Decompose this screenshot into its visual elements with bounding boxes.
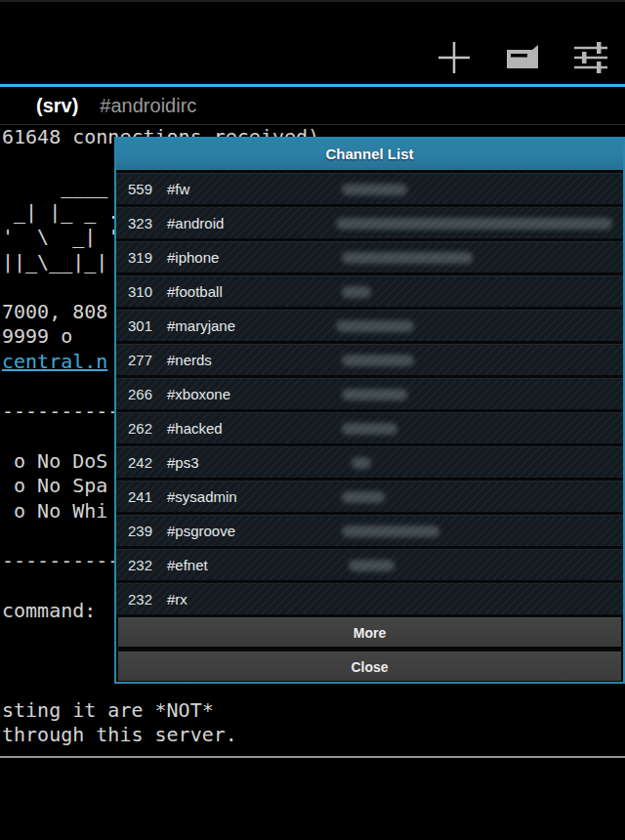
chat-button[interactable] bbox=[488, 30, 557, 84]
plus-icon bbox=[437, 40, 472, 75]
terminal-line: through this server. bbox=[2, 723, 625, 748]
close-button[interactable]: Close bbox=[118, 651, 621, 681]
channel-topic-redacted bbox=[352, 457, 371, 469]
screen: (srv) #androidirc 61648 connections rece… bbox=[0, 0, 625, 840]
channel-user-count: 232 bbox=[128, 557, 167, 573]
add-channel-button[interactable] bbox=[420, 30, 488, 84]
status-bar bbox=[0, 0, 625, 32]
more-button[interactable]: More bbox=[118, 617, 621, 647]
terminal-line: sting it are *NOT* bbox=[2, 698, 625, 724]
channel-row[interactable]: 262#hacked bbox=[116, 412, 623, 443]
channel-list-dialog: Channel List 559#fw323#android319#iphone… bbox=[114, 137, 625, 684]
channel-topic-redacted bbox=[342, 355, 414, 366]
channel-user-count: 262 bbox=[128, 420, 167, 437]
channel-name: #football bbox=[167, 283, 223, 300]
tab-channel[interactable]: #androidirc bbox=[100, 95, 196, 117]
channel-name: #ps3 bbox=[167, 454, 199, 471]
channel-name: #sysadmin bbox=[167, 488, 237, 505]
channel-topic-redacted bbox=[342, 286, 371, 298]
tab-server[interactable]: (srv) bbox=[36, 95, 78, 117]
dialog-title: Channel List bbox=[116, 139, 623, 170]
chat-icon bbox=[506, 45, 539, 70]
channel-topic-redacted bbox=[342, 252, 473, 264]
channel-name: #android bbox=[167, 215, 224, 231]
channel-topic-redacted bbox=[342, 525, 439, 537]
settings-sliders-button[interactable] bbox=[557, 30, 625, 84]
channel-row[interactable]: 239#psgroove bbox=[116, 515, 623, 546]
channel-user-count: 323 bbox=[128, 215, 167, 231]
navigation-bar bbox=[0, 781, 625, 840]
channel-name: #psgroove bbox=[167, 523, 235, 539]
channel-row[interactable]: 277#nerds bbox=[116, 344, 623, 375]
channel-user-count: 559 bbox=[128, 181, 167, 197]
channel-name: #maryjane bbox=[167, 317, 235, 334]
channel-row[interactable]: 323#android bbox=[116, 207, 623, 238]
channel-row[interactable]: 301#maryjane bbox=[116, 310, 623, 341]
channel-row[interactable]: 559#fw bbox=[116, 173, 623, 204]
channel-list: 559#fw323#android319#iphone310#football3… bbox=[116, 170, 623, 614]
channel-topic-redacted bbox=[342, 491, 385, 503]
channel-user-count: 319 bbox=[128, 249, 167, 266]
channel-user-count: 242 bbox=[128, 454, 167, 471]
channel-name: #fw bbox=[167, 181, 189, 197]
channel-user-count: 301 bbox=[128, 317, 167, 334]
channel-name: #iphone bbox=[167, 249, 219, 266]
channel-user-count: 266 bbox=[128, 386, 167, 402]
channel-topic-redacted bbox=[342, 423, 397, 435]
channel-name: #efnet bbox=[167, 557, 208, 573]
channel-user-count: 310 bbox=[128, 283, 167, 300]
channel-row[interactable]: 242#ps3 bbox=[116, 446, 623, 478]
channel-name: #nerds bbox=[167, 352, 212, 368]
channel-user-count: 232 bbox=[128, 591, 167, 608]
channel-user-count: 241 bbox=[128, 488, 167, 505]
channel-topic-redacted bbox=[349, 560, 395, 571]
channel-topic-redacted bbox=[342, 184, 407, 195]
channel-user-count: 277 bbox=[128, 352, 167, 368]
channel-row[interactable]: 241#sysadmin bbox=[116, 481, 623, 512]
channel-name: #xboxone bbox=[167, 386, 230, 402]
channel-row[interactable]: 319#iphone bbox=[116, 241, 623, 273]
channel-topic-redacted bbox=[336, 218, 612, 230]
sliders-icon bbox=[572, 39, 609, 76]
channel-row[interactable]: 266#xboxone bbox=[116, 378, 623, 409]
channel-topic-redacted bbox=[342, 389, 407, 400]
channel-row[interactable]: 310#football bbox=[116, 275, 623, 307]
action-bar bbox=[0, 30, 625, 84]
channel-topic-redacted bbox=[336, 320, 414, 332]
channel-name: #rx bbox=[167, 591, 188, 608]
channel-row[interactable]: 232#rx bbox=[116, 583, 623, 614]
input-divider bbox=[0, 756, 625, 758]
channel-name: #hacked bbox=[167, 420, 223, 437]
channel-row[interactable]: 232#efnet bbox=[116, 549, 623, 580]
tab-bar: (srv) #androidirc bbox=[0, 87, 625, 125]
channel-user-count: 239 bbox=[128, 523, 167, 539]
